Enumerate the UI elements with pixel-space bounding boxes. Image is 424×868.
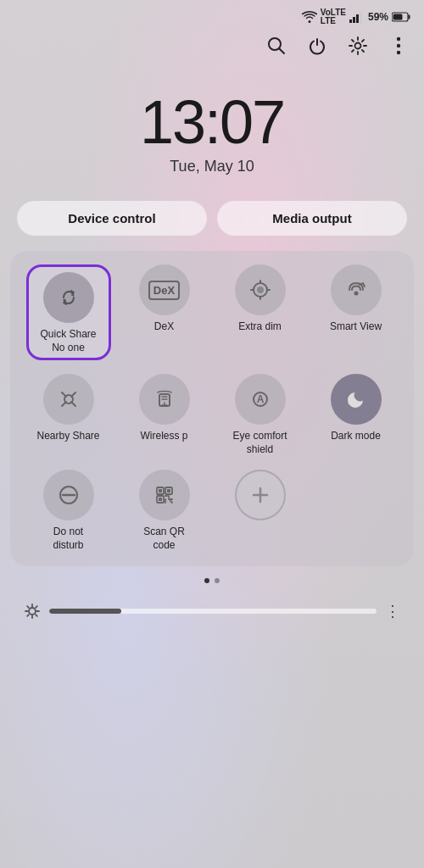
svg-point-11 — [397, 44, 400, 47]
svg-point-12 — [397, 51, 400, 54]
brightness-low-icon — [24, 603, 41, 620]
svg-rect-3 — [360, 12, 362, 23]
tile-dark-mode[interactable]: Dark mode — [314, 374, 399, 456]
device-control-button[interactable]: Device control — [17, 201, 207, 236]
svg-rect-6 — [393, 14, 403, 20]
svg-rect-28 — [159, 489, 162, 492]
svg-point-10 — [397, 37, 400, 41]
tile-scan-qr[interactable]: Scan QR code — [122, 470, 207, 552]
quick-access: Device control Media output — [0, 201, 424, 236]
quick-share-label: Quick Share No one — [40, 328, 96, 354]
tiles-container: Quick Share No one DeX DeX — [10, 251, 414, 566]
wireless-label: Wireless p — [140, 430, 187, 443]
dex-icon: DeX — [139, 264, 190, 315]
svg-line-45 — [27, 606, 29, 608]
svg-line-37 — [170, 501, 172, 503]
do-not-disturb-icon — [43, 470, 94, 520]
page-dot-2 — [215, 578, 220, 583]
power-button[interactable] — [305, 34, 329, 58]
status-bar: VoLTELTE 59% — [0, 0, 424, 29]
scan-qr-label: Scan QR code — [143, 526, 185, 552]
svg-rect-30 — [167, 489, 170, 492]
svg-rect-0 — [349, 19, 352, 23]
tile-quick-share[interactable]: Quick Share No one — [26, 264, 111, 360]
signal-icon — [349, 11, 365, 23]
tiles-row-2: Nearby Share Wireless p — [20, 374, 404, 456]
tile-add[interactable] — [218, 470, 303, 552]
page-dots — [0, 578, 424, 583]
svg-point-15 — [257, 287, 264, 293]
brightness-bar: ⋮ — [10, 595, 414, 627]
brightness-more-button[interactable]: ⋮ — [385, 602, 400, 620]
svg-rect-2 — [356, 14, 359, 23]
tile-smart-view[interactable]: Smart View — [314, 264, 399, 360]
nearby-share-label: Nearby Share — [36, 430, 99, 443]
svg-point-20 — [354, 292, 358, 296]
tile-do-not-disturb[interactable]: Do not disturb — [26, 470, 111, 552]
svg-rect-1 — [353, 17, 355, 23]
page-dot-1 — [204, 578, 209, 583]
eye-comfort-icon: A — [235, 374, 286, 425]
svg-point-13 — [58, 287, 80, 309]
wireless-icon — [139, 374, 190, 425]
svg-rect-32 — [159, 498, 162, 501]
smart-view-icon — [331, 264, 382, 315]
media-output-button[interactable]: Media output — [217, 201, 407, 236]
do-not-disturb-label: Do not disturb — [53, 526, 83, 552]
tile-extra-dim[interactable]: Extra dim — [218, 264, 303, 360]
more-button[interactable] — [387, 34, 410, 58]
tile-nearby-share[interactable]: Nearby Share — [26, 374, 111, 456]
tile-dex[interactable]: DeX DeX — [122, 264, 207, 360]
svg-line-46 — [36, 615, 37, 616]
clock-area: 13:07 Tue, May 10 — [0, 66, 424, 201]
extra-dim-icon — [235, 264, 286, 315]
svg-point-40 — [29, 608, 36, 615]
dark-mode-icon — [331, 374, 382, 425]
eye-comfort-label: Eye comfort shield — [232, 430, 287, 456]
volte-label: VoLTELTE — [321, 8, 346, 25]
tiles-row-3: Do not disturb — [20, 470, 404, 552]
tile-wireless[interactable]: Wireless p — [122, 374, 207, 456]
add-tile-icon — [235, 470, 286, 520]
dex-label: DeX — [154, 320, 174, 334]
svg-line-47 — [36, 606, 37, 608]
brightness-fill — [49, 609, 121, 614]
dark-mode-label: Dark mode — [331, 430, 381, 443]
svg-point-9 — [355, 43, 361, 49]
tiles-row-1: Quick Share No one DeX DeX — [20, 264, 404, 360]
svg-line-48 — [27, 615, 29, 616]
battery-icon — [392, 12, 410, 22]
smart-view-label: Smart View — [330, 320, 382, 334]
svg-text:A: A — [256, 393, 264, 405]
brightness-track[interactable] — [49, 609, 377, 614]
nearby-share-icon — [43, 374, 94, 425]
scan-qr-icon — [139, 470, 190, 520]
settings-button[interactable] — [346, 34, 370, 58]
search-button[interactable] — [265, 34, 288, 58]
svg-rect-5 — [409, 15, 410, 19]
wifi-icon — [302, 11, 317, 23]
tile-eye-comfort[interactable]: A Eye comfort shield — [218, 374, 303, 456]
clock-time: 13:07 — [140, 92, 284, 153]
clock-date: Tue, May 10 — [170, 158, 254, 175]
extra-dim-label: Extra dim — [238, 320, 282, 334]
quick-share-icon — [43, 272, 94, 323]
battery-label: 59% — [368, 11, 388, 23]
top-actions — [0, 29, 424, 66]
svg-line-8 — [280, 49, 285, 54]
